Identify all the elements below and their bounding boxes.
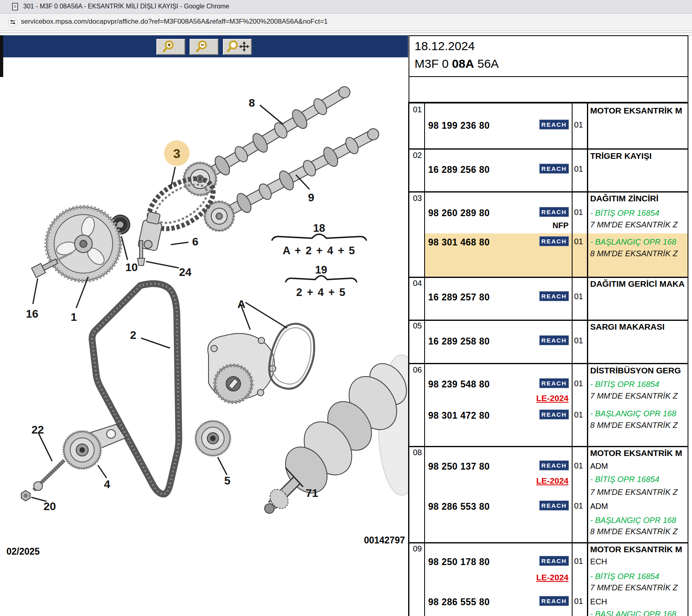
part-number-link[interactable]: 98 301 472 80 bbox=[428, 410, 490, 421]
part-quantity: 01 bbox=[574, 461, 583, 470]
le-2024-tag[interactable]: LE-2024 bbox=[501, 476, 569, 486]
zoom-out-magnifier-icon bbox=[190, 40, 217, 53]
reach-badge[interactable]: REACH bbox=[539, 500, 569, 511]
callout-10: 10 bbox=[125, 261, 138, 274]
zoom-pan-magnifier-icon bbox=[224, 40, 250, 53]
applicability-note: - BİTİŞ OPR 16854 bbox=[590, 380, 688, 389]
belt-tensioner-drawing bbox=[64, 424, 125, 468]
callout-16: 16 bbox=[26, 308, 38, 320]
part-number-link[interactable]: 16 289 258 80 bbox=[428, 336, 490, 347]
applicability-note: - BİTİŞ OPR 16854 bbox=[590, 209, 688, 218]
reach-badge[interactable]: REACH bbox=[539, 120, 569, 130]
reach-badge[interactable]: REACH bbox=[539, 335, 569, 345]
reach-badge[interactable]: REACH bbox=[539, 207, 569, 217]
part-number-link[interactable]: 98 301 468 80 bbox=[428, 237, 490, 248]
exploded-parts-diagram: 8 9 3 6 10 24 16 1 2 A 22 4 5 20 71 18 A… bbox=[0, 53, 409, 616]
callout-22: 22 bbox=[31, 424, 44, 436]
part-number-link[interactable]: 16 289 257 80 bbox=[428, 292, 490, 303]
zoom-in-button[interactable] bbox=[156, 39, 185, 55]
reach-badge[interactable]: REACH bbox=[539, 378, 569, 388]
callout-71: 71 bbox=[306, 487, 318, 499]
reach-badge[interactable]: REACH bbox=[539, 164, 569, 174]
callout-4: 4 bbox=[104, 478, 110, 490]
timing-belt-drawing bbox=[92, 284, 179, 494]
part-number-link[interactable]: 98 250 137 80 bbox=[428, 461, 490, 472]
row-number: 03 bbox=[413, 194, 422, 203]
applicability-note: - BAŞLANGIÇ OPR 168 bbox=[590, 409, 688, 418]
zoom-in-magnifier-icon bbox=[157, 40, 184, 53]
window-title: 301 - M3F 0 08A56A - EKSANTRİK MİLİ DİŞL… bbox=[23, 3, 229, 10]
part-number-link[interactable]: 98 286 553 80 bbox=[428, 501, 490, 512]
nut-drawing bbox=[21, 490, 30, 501]
document-code: M3F 0 08A 56A bbox=[415, 57, 499, 71]
technical-note: 7 MM'DE EKSANTRİK Z bbox=[590, 220, 688, 229]
le-2024-tag[interactable]: LE-2024 bbox=[501, 393, 569, 403]
kit-19-formula: 2 + 4 + 5 bbox=[296, 286, 346, 298]
row-number: 06 bbox=[413, 365, 422, 375]
browser-window: 301 - M3F 0 08A56A - EKSANTRİK MİLİ DİŞL… bbox=[0, 0, 692, 616]
table-border bbox=[408, 102, 688, 103]
part-number-link[interactable]: 98 199 236 80 bbox=[428, 120, 490, 131]
variant-code: ECH bbox=[590, 557, 688, 566]
part-number-link[interactable]: 98 286 555 80 bbox=[428, 597, 490, 608]
variant-code: ADM bbox=[590, 462, 688, 471]
part-number-link[interactable]: 16 289 256 80 bbox=[428, 164, 490, 175]
part-description: MOTOR EKSANTRİK M bbox=[590, 448, 688, 458]
table-border bbox=[408, 446, 688, 447]
part-number-link[interactable]: 98 239 548 80 bbox=[428, 379, 490, 390]
document-header-box: 18.12.2024 M3F 0 08A 56A bbox=[409, 35, 688, 77]
part-number-link[interactable]: 98 250 178 80 bbox=[428, 557, 490, 567]
edition-date: 02/2025 bbox=[6, 546, 40, 557]
row-number: 05 bbox=[413, 321, 422, 330]
zoom-pan-button[interactable] bbox=[223, 39, 252, 55]
part-quantity: 01 bbox=[574, 292, 583, 301]
reach-badge[interactable]: REACH bbox=[539, 409, 569, 419]
callout-20: 20 bbox=[43, 500, 56, 513]
callout-9: 9 bbox=[308, 191, 314, 204]
table-border bbox=[587, 102, 588, 616]
variant-code: ADM bbox=[590, 502, 688, 511]
part-quantity: 01 bbox=[574, 164, 583, 174]
zoom-out-button[interactable] bbox=[190, 39, 219, 55]
part-description: MOTOR EKSANTRİK M bbox=[590, 106, 688, 116]
code-suffix: 56A bbox=[474, 57, 499, 70]
code-prefix: M3F 0 bbox=[415, 57, 452, 70]
part-number-link[interactable]: 98 260 289 80 bbox=[428, 208, 490, 219]
table-border bbox=[408, 542, 688, 543]
reach-badge[interactable]: REACH bbox=[539, 291, 569, 301]
part-quantity: 01 bbox=[574, 336, 583, 345]
callout-1: 1 bbox=[71, 311, 77, 323]
row-number: 04 bbox=[413, 279, 422, 288]
applicability-note: - BİTİŞ OPR 16854 bbox=[590, 475, 688, 484]
callout-24: 24 bbox=[179, 266, 192, 278]
technical-note: 7 MM'DE EKSANTRİK Z bbox=[590, 391, 688, 401]
le-2024-tag[interactable]: LE-2024 bbox=[501, 573, 569, 582]
part-description: MOTOR EKSANTRİK M bbox=[590, 545, 688, 554]
applicability-note: - BİTİŞ OPR 16854 bbox=[590, 572, 688, 581]
reach-badge[interactable]: REACH bbox=[539, 460, 569, 470]
table-border bbox=[408, 320, 688, 321]
table-border bbox=[424, 102, 425, 616]
reach-badge[interactable]: REACH bbox=[539, 236, 569, 246]
window-title-bar: 301 - M3F 0 08A56A - EKSANTRİK MİLİ DİŞL… bbox=[0, 0, 692, 14]
table-border bbox=[408, 277, 688, 278]
url-text[interactable]: servicebox.mpsa.com/docapvpr/affiche.do?… bbox=[21, 18, 328, 26]
row-number: 08 bbox=[413, 448, 422, 457]
table-border bbox=[408, 102, 409, 616]
tensioner-stud-drawing bbox=[34, 460, 64, 490]
applicability-note: - BAŞLANGIÇ OPR 168 bbox=[590, 237, 688, 247]
part-quantity: 01 bbox=[574, 120, 583, 130]
part-quantity: 01 bbox=[574, 597, 583, 606]
technical-note: 8 MM'DE EKSANTRİK Z bbox=[590, 249, 688, 258]
reach-badge[interactable]: REACH bbox=[539, 596, 569, 606]
code-bold: 08A bbox=[452, 57, 474, 70]
table-border bbox=[408, 148, 688, 150]
document-date: 18.12.2024 bbox=[415, 39, 475, 53]
address-bar[interactable]: servicebox.mpsa.com/docapvpr/affiche.do?… bbox=[0, 14, 692, 31]
table-border bbox=[688, 102, 688, 616]
reach-badge[interactable]: REACH bbox=[539, 556, 569, 566]
table-border bbox=[408, 191, 688, 192]
intake-camshaft-drawing bbox=[200, 119, 385, 235]
applicability-note: - BAŞLANGIÇ OPR 168 bbox=[590, 516, 688, 525]
site-settings-sliders-icon[interactable] bbox=[8, 17, 18, 28]
